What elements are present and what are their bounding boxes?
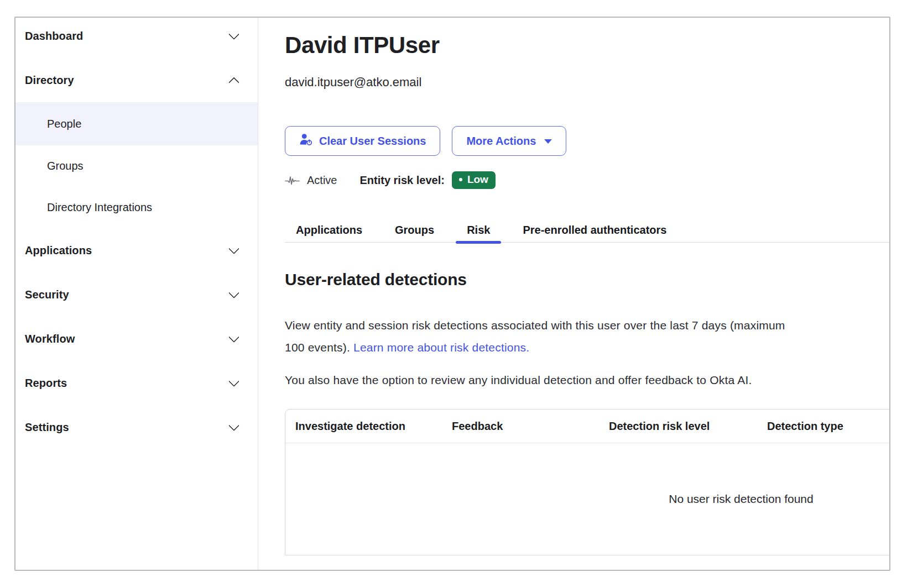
tab-label: Groups xyxy=(395,224,434,236)
tab-label: Risk xyxy=(467,224,490,236)
learn-more-link[interactable]: Learn more about risk detections. xyxy=(353,341,529,354)
badge-dot xyxy=(459,178,462,181)
detections-table-body: No user risk detection found xyxy=(285,443,889,555)
sidebar-item-security[interactable]: Security xyxy=(15,272,258,317)
status-row: Active Entity risk level: Low xyxy=(285,171,889,189)
tab-label: Applications xyxy=(296,224,362,236)
sidebar-item-label: Applications xyxy=(25,244,92,257)
sidebar-item-label: Workflow xyxy=(25,333,75,345)
description-line-2: 100 events). Learn more about risk detec… xyxy=(285,337,889,359)
sidebar-item-label: Directory xyxy=(25,74,74,87)
risk-level-badge: Low xyxy=(452,171,496,189)
chevron-down-icon xyxy=(228,332,239,343)
sidebar-item-label: Reports xyxy=(25,377,67,390)
sidebar-item-label: Groups xyxy=(47,160,84,172)
tab-applications[interactable]: Applications xyxy=(285,224,373,242)
main-inner: David ITPUser david.itpuser@atko.email C… xyxy=(285,32,889,555)
sidebar-item-reports[interactable]: Reports xyxy=(15,361,258,405)
section-description: View entity and session risk detections … xyxy=(285,314,889,359)
user-power-icon xyxy=(299,133,313,149)
tab-bar: Applications Groups Risk Pre-enrolled au… xyxy=(285,224,889,243)
sidebar-item-groups[interactable]: Groups xyxy=(15,145,258,187)
chevron-down-icon xyxy=(228,420,239,431)
detections-table-header: Investigate detectionFeedbackDetection r… xyxy=(285,410,889,443)
sidebar-item-label: Directory Integrations xyxy=(47,201,152,214)
sidebar-nav: Dashboard Directory People Groups Direct… xyxy=(15,17,258,570)
description-line-1: View entity and session risk detections … xyxy=(285,314,889,337)
user-email: david.itpuser@atko.email xyxy=(285,75,889,90)
sidebar-item-dashboard[interactable]: Dashboard xyxy=(15,17,258,58)
column-header-detection-type: Detection type xyxy=(757,420,889,433)
page-title: David ITPUser xyxy=(285,32,889,59)
action-buttons: Clear User Sessions More Actions xyxy=(285,126,889,156)
chevron-down-icon xyxy=(228,376,239,387)
main-content: David ITPUser david.itpuser@atko.email C… xyxy=(258,18,889,570)
sidebar-item-directory-integrations[interactable]: Directory Integrations xyxy=(15,187,258,228)
sidebar-item-directory[interactable]: Directory xyxy=(15,58,258,102)
empty-state-message: No user risk detection found xyxy=(669,492,813,506)
caret-down-icon xyxy=(544,139,552,144)
column-header-detection-risk-level: Detection risk level xyxy=(599,420,757,433)
sidebar-item-workflow[interactable]: Workflow xyxy=(15,317,258,361)
column-header-feedback: Feedback xyxy=(442,420,599,433)
more-actions-button[interactable]: More Actions xyxy=(452,126,566,156)
sidebar-item-label: Dashboard xyxy=(25,30,83,43)
sidebar-item-label: People xyxy=(47,118,81,130)
entity-risk-label: Entity risk level: xyxy=(359,174,444,187)
clear-user-sessions-button[interactable]: Clear User Sessions xyxy=(285,126,440,156)
user-status: Active xyxy=(307,174,337,187)
tab-risk[interactable]: Risk xyxy=(456,224,501,242)
activity-pulse-icon xyxy=(285,175,300,186)
risk-level-value: Low xyxy=(467,174,488,186)
description-line-2-text: 100 events). xyxy=(285,341,353,354)
chevron-down-icon xyxy=(228,287,239,298)
sidebar-item-settings[interactable]: Settings xyxy=(15,405,258,449)
chevron-down-icon xyxy=(228,29,239,40)
chevron-up-icon xyxy=(228,77,239,88)
detections-table: Investigate detectionFeedbackDetection r… xyxy=(285,409,889,555)
more-actions-label: More Actions xyxy=(466,135,536,148)
tab-groups[interactable]: Groups xyxy=(384,224,445,242)
sidebar-item-applications[interactable]: Applications xyxy=(15,228,258,272)
feedback-note: You also have the option to review any i… xyxy=(285,374,889,387)
tab-pre-enrolled-authenticators[interactable]: Pre-enrolled authenticators xyxy=(512,224,677,242)
clear-user-sessions-label: Clear User Sessions xyxy=(319,135,426,148)
sidebar-item-people[interactable]: People xyxy=(15,102,258,145)
sidebar-item-label: Settings xyxy=(25,421,69,434)
chevron-down-icon xyxy=(228,243,239,254)
column-header-investigate-detection: Investigate detection xyxy=(285,420,442,433)
admin-console-frame: Dashboard Directory People Groups Direct… xyxy=(14,17,890,571)
tab-label: Pre-enrolled authenticators xyxy=(523,224,666,236)
sidebar-item-label: Security xyxy=(25,288,69,301)
section-heading: User-related detections xyxy=(285,270,889,289)
